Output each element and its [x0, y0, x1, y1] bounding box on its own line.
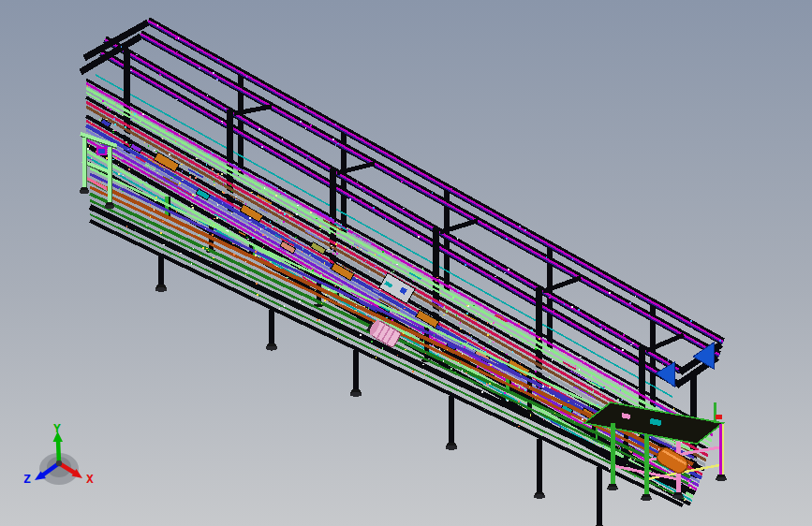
3d-viewport[interactable]: Y X Z [0, 0, 812, 526]
pallet-fixture [154, 153, 179, 172]
axis-label-x: X [86, 472, 94, 486]
axis-label-y: Y [53, 421, 61, 435]
conveyor-model [80, 21, 727, 526]
axis-label-z: Z [23, 472, 31, 486]
cad-scene: Y X Z [0, 0, 812, 526]
triad-hub [56, 460, 62, 466]
y-axis-arrow [58, 440, 59, 463]
orientation-triad[interactable]: Y X Z [23, 421, 94, 486]
